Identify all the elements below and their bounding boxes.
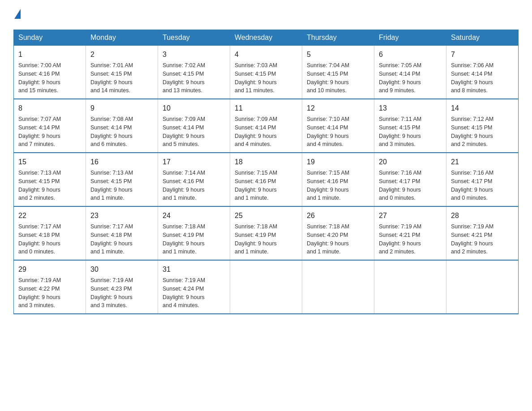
calendar-cell: 7Sunrise: 7:06 AMSunset: 4:14 PMDaylight… xyxy=(446,46,519,99)
calendar-cell: 27Sunrise: 7:19 AMSunset: 4:21 PMDayligh… xyxy=(374,206,446,260)
header-day-saturday: Saturday xyxy=(446,30,519,46)
calendar-cell: 24Sunrise: 7:18 AMSunset: 4:19 PMDayligh… xyxy=(158,206,230,260)
week-row-5: 29Sunrise: 7:19 AMSunset: 4:22 PMDayligh… xyxy=(14,260,519,314)
day-number: 23 xyxy=(90,210,153,221)
day-info: Sunrise: 7:18 AMSunset: 4:19 PMDaylight:… xyxy=(235,223,297,256)
calendar-cell: 28Sunrise: 7:19 AMSunset: 4:21 PMDayligh… xyxy=(446,206,519,260)
logo-triangle-icon xyxy=(14,9,21,19)
day-info: Sunrise: 7:04 AMSunset: 4:15 PMDaylight:… xyxy=(307,61,369,95)
day-number: 27 xyxy=(379,210,442,221)
day-info: Sunrise: 7:11 AMSunset: 4:15 PMDaylight:… xyxy=(379,115,442,149)
day-number: 3 xyxy=(163,49,225,60)
calendar-cell: 1Sunrise: 7:00 AMSunset: 4:16 PMDaylight… xyxy=(14,46,86,99)
day-number: 24 xyxy=(163,210,225,221)
day-number: 19 xyxy=(307,157,369,167)
header-day-friday: Friday xyxy=(374,30,446,46)
day-number: 26 xyxy=(307,210,369,221)
calendar-cell: 5Sunrise: 7:04 AMSunset: 4:15 PMDaylight… xyxy=(302,46,374,99)
day-info: Sunrise: 7:09 AMSunset: 4:14 PMDaylight:… xyxy=(235,115,297,149)
week-row-2: 8Sunrise: 7:07 AMSunset: 4:14 PMDaylight… xyxy=(14,99,519,153)
calendar-body: 1Sunrise: 7:00 AMSunset: 4:16 PMDaylight… xyxy=(14,46,519,314)
calendar-cell xyxy=(230,260,302,314)
day-info: Sunrise: 7:18 AMSunset: 4:19 PMDaylight:… xyxy=(163,223,225,256)
logo xyxy=(13,9,21,21)
day-number: 11 xyxy=(235,103,297,114)
day-info: Sunrise: 7:16 AMSunset: 4:17 PMDaylight:… xyxy=(379,169,442,202)
day-info: Sunrise: 7:13 AMSunset: 4:15 PMDaylight:… xyxy=(18,169,81,202)
calendar-cell: 30Sunrise: 7:19 AMSunset: 4:23 PMDayligh… xyxy=(86,260,158,314)
calendar-cell xyxy=(446,260,519,314)
calendar-cell: 16Sunrise: 7:13 AMSunset: 4:15 PMDayligh… xyxy=(86,153,158,206)
calendar-cell: 11Sunrise: 7:09 AMSunset: 4:14 PMDayligh… xyxy=(230,99,302,153)
day-number: 20 xyxy=(379,157,442,167)
calendar-cell: 21Sunrise: 7:16 AMSunset: 4:17 PMDayligh… xyxy=(446,153,519,206)
calendar-cell: 9Sunrise: 7:08 AMSunset: 4:14 PMDaylight… xyxy=(86,99,158,153)
week-row-3: 15Sunrise: 7:13 AMSunset: 4:15 PMDayligh… xyxy=(14,153,519,206)
day-info: Sunrise: 7:06 AMSunset: 4:14 PMDaylight:… xyxy=(451,61,514,95)
calendar-cell: 26Sunrise: 7:18 AMSunset: 4:20 PMDayligh… xyxy=(302,206,374,260)
day-number: 7 xyxy=(451,49,514,60)
day-number: 31 xyxy=(163,264,225,275)
day-number: 22 xyxy=(18,210,81,221)
calendar-cell: 10Sunrise: 7:09 AMSunset: 4:14 PMDayligh… xyxy=(158,99,230,153)
day-info: Sunrise: 7:00 AMSunset: 4:16 PMDaylight:… xyxy=(18,61,81,95)
page-header xyxy=(13,9,519,21)
day-number: 10 xyxy=(163,103,225,114)
header-day-monday: Monday xyxy=(86,30,158,46)
day-info: Sunrise: 7:02 AMSunset: 4:15 PMDaylight:… xyxy=(163,61,225,95)
calendar-cell: 3Sunrise: 7:02 AMSunset: 4:15 PMDaylight… xyxy=(158,46,230,99)
day-number: 30 xyxy=(90,264,153,275)
day-info: Sunrise: 7:08 AMSunset: 4:14 PMDaylight:… xyxy=(90,115,153,149)
day-number: 16 xyxy=(90,157,153,167)
day-info: Sunrise: 7:18 AMSunset: 4:20 PMDaylight:… xyxy=(307,223,369,256)
day-info: Sunrise: 7:10 AMSunset: 4:14 PMDaylight:… xyxy=(307,115,369,149)
day-info: Sunrise: 7:19 AMSunset: 4:24 PMDaylight:… xyxy=(163,276,225,310)
day-number: 4 xyxy=(235,49,297,60)
day-number: 25 xyxy=(235,210,297,221)
day-number: 13 xyxy=(379,103,442,114)
calendar-table: SundayMondayTuesdayWednesdayThursdayFrid… xyxy=(13,30,519,314)
day-info: Sunrise: 7:01 AMSunset: 4:15 PMDaylight:… xyxy=(90,61,153,95)
day-info: Sunrise: 7:19 AMSunset: 4:23 PMDaylight:… xyxy=(90,276,153,310)
day-number: 14 xyxy=(451,103,514,114)
calendar-cell: 14Sunrise: 7:12 AMSunset: 4:15 PMDayligh… xyxy=(446,99,519,153)
calendar-cell: 22Sunrise: 7:17 AMSunset: 4:18 PMDayligh… xyxy=(14,206,86,260)
day-info: Sunrise: 7:15 AMSunset: 4:16 PMDaylight:… xyxy=(307,169,369,202)
calendar-cell: 20Sunrise: 7:16 AMSunset: 4:17 PMDayligh… xyxy=(374,153,446,206)
header-row: SundayMondayTuesdayWednesdayThursdayFrid… xyxy=(14,30,519,46)
calendar-cell: 2Sunrise: 7:01 AMSunset: 4:15 PMDaylight… xyxy=(86,46,158,99)
day-number: 6 xyxy=(379,49,442,60)
day-info: Sunrise: 7:15 AMSunset: 4:16 PMDaylight:… xyxy=(235,169,297,202)
calendar-cell: 17Sunrise: 7:14 AMSunset: 4:16 PMDayligh… xyxy=(158,153,230,206)
header-day-wednesday: Wednesday xyxy=(230,30,302,46)
calendar-cell: 12Sunrise: 7:10 AMSunset: 4:14 PMDayligh… xyxy=(302,99,374,153)
day-info: Sunrise: 7:13 AMSunset: 4:15 PMDaylight:… xyxy=(90,169,153,202)
day-info: Sunrise: 7:14 AMSunset: 4:16 PMDaylight:… xyxy=(163,169,225,202)
day-number: 1 xyxy=(18,49,81,60)
day-info: Sunrise: 7:19 AMSunset: 4:21 PMDaylight:… xyxy=(451,223,514,256)
calendar-cell: 15Sunrise: 7:13 AMSunset: 4:15 PMDayligh… xyxy=(14,153,86,206)
day-info: Sunrise: 7:09 AMSunset: 4:14 PMDaylight:… xyxy=(163,115,225,149)
calendar-cell: 4Sunrise: 7:03 AMSunset: 4:15 PMDaylight… xyxy=(230,46,302,99)
calendar-cell xyxy=(374,260,446,314)
calendar-cell: 31Sunrise: 7:19 AMSunset: 4:24 PMDayligh… xyxy=(158,260,230,314)
day-number: 18 xyxy=(235,157,297,167)
day-number: 17 xyxy=(163,157,225,167)
header-day-thursday: Thursday xyxy=(302,30,374,46)
calendar-cell: 8Sunrise: 7:07 AMSunset: 4:14 PMDaylight… xyxy=(14,99,86,153)
day-number: 9 xyxy=(90,103,153,114)
day-number: 2 xyxy=(90,49,153,60)
day-number: 5 xyxy=(307,49,369,60)
day-number: 8 xyxy=(18,103,81,114)
header-day-sunday: Sunday xyxy=(14,30,86,46)
day-info: Sunrise: 7:17 AMSunset: 4:18 PMDaylight:… xyxy=(90,223,153,256)
calendar-cell: 18Sunrise: 7:15 AMSunset: 4:16 PMDayligh… xyxy=(230,153,302,206)
day-info: Sunrise: 7:19 AMSunset: 4:22 PMDaylight:… xyxy=(18,276,81,310)
day-info: Sunrise: 7:19 AMSunset: 4:21 PMDaylight:… xyxy=(379,223,442,256)
day-info: Sunrise: 7:07 AMSunset: 4:14 PMDaylight:… xyxy=(18,115,81,149)
day-info: Sunrise: 7:16 AMSunset: 4:17 PMDaylight:… xyxy=(451,169,514,202)
calendar-cell: 23Sunrise: 7:17 AMSunset: 4:18 PMDayligh… xyxy=(86,206,158,260)
day-info: Sunrise: 7:05 AMSunset: 4:14 PMDaylight:… xyxy=(379,61,442,95)
calendar-cell: 19Sunrise: 7:15 AMSunset: 4:16 PMDayligh… xyxy=(302,153,374,206)
day-info: Sunrise: 7:03 AMSunset: 4:15 PMDaylight:… xyxy=(235,61,297,95)
